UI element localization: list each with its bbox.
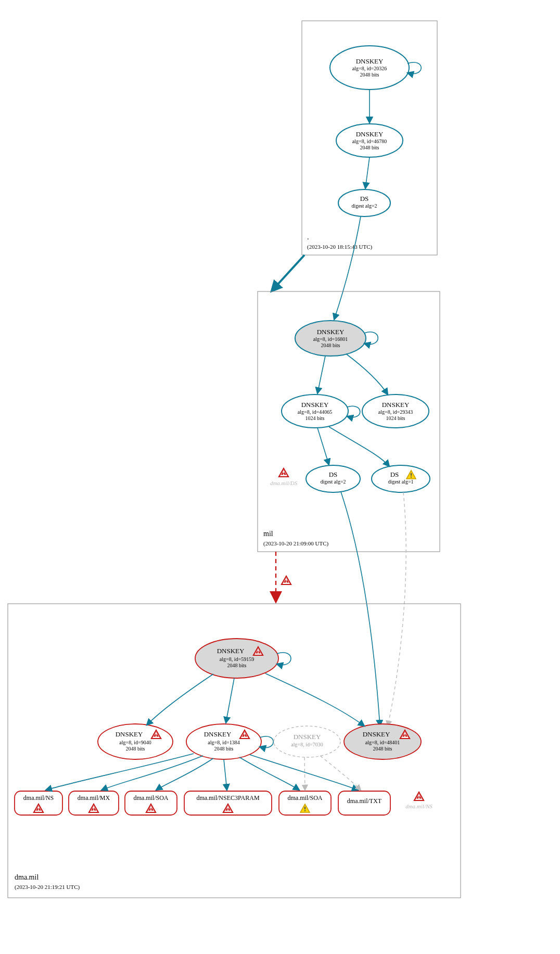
svg-text:2048 bits: 2048 bits [360,72,379,78]
edge [265,673,364,726]
svg-text:alg=8, id=7030: alg=8, id=7030 [291,742,323,747]
svg-text:digest alg=1: digest alg=1 [388,479,413,485]
node-dma-1384[interactable]: DNSKEY alg=8, id=1384 2048 bits [186,724,261,759]
node-mil-ksk[interactable]: DNSKEY alg=8, id=16801 2048 bits [295,321,366,356]
edge [46,754,194,790]
node-root-zsk[interactable]: DNSKEY alg=8, id=46780 2048 bits [336,124,403,157]
svg-text:DNSKEY: DNSKEY [356,130,384,138]
svg-text:DNSKEY: DNSKEY [301,401,329,409]
node-dma-7030[interactable]: DNSKEY alg=8, id=7030 [274,726,340,757]
svg-text:dma.mil/NS: dma.mil/NS [23,794,54,802]
svg-text:alg=8, id=59159: alg=8, id=59159 [220,656,254,662]
svg-text:dma.mil/MX: dma.mil/MX [78,794,110,802]
error-icon [414,792,424,800]
node-mil-zsk1[interactable]: DNSKEY alg=8, id=44065 1024 bits [282,395,348,428]
node-dma-9040[interactable]: DNSKEY alg=8, id=9040 2048 bits [98,724,173,759]
zone-dma-label: dma.mil [15,873,39,881]
edge [239,757,299,790]
svg-text:2048 bits: 2048 bits [214,746,234,752]
edge [226,678,234,723]
zone-dmamil: dma.mil (2023-10-20 21:19:21 UTC) DNSKEY… [8,604,461,898]
svg-text:2048 bits: 2048 bits [227,663,247,668]
edge [304,757,305,790]
svg-text:2048 bits: 2048 bits [360,145,379,150]
edge [346,354,388,395]
svg-text:DNSKEY: DNSKEY [363,730,390,738]
edge [320,756,361,790]
svg-text:DS: DS [390,470,399,478]
edge [317,428,329,465]
zone-edge-root-mil [272,255,304,290]
edge [329,427,389,466]
node-dma-ksk[interactable]: DNSKEY alg=8, id=59159 2048 bits [195,639,278,678]
svg-text:DNSKEY: DNSKEY [204,730,232,738]
svg-text:DNSKEY: DNSKEY [356,57,384,65]
svg-text:1024 bits: 1024 bits [306,415,325,421]
ghost-ns: dma.mil/NS [405,792,432,809]
error-icon [279,468,288,477]
svg-text:alg=8, id=46780: alg=8, id=46780 [352,138,387,144]
zone-mil-label: mil [263,530,273,538]
svg-text:dma.mil/NS: dma.mil/NS [405,803,432,809]
node-root-ds[interactable]: DS digest alg=2 [338,189,390,217]
edge-ds2-dma48401 [388,492,406,726]
zone-root: . (2023-10-20 18:15:43 UTC) DNSKEY alg=8… [302,21,437,255]
node-mil-ds2[interactable]: DS digest alg=1 [372,465,430,492]
error-icon [282,576,291,584]
self-loop [260,736,273,748]
svg-text:DS: DS [360,195,369,202]
svg-text:dma.mil/SOA: dma.mil/SOA [287,794,322,802]
svg-text:alg=8, id=48401: alg=8, id=48401 [365,740,400,745]
svg-text:digest alg=2: digest alg=2 [320,479,346,485]
svg-text:dma.mil/NSEC3PARAM: dma.mil/NSEC3PARAM [196,794,260,802]
svg-text:alg=8, id=16801: alg=8, id=16801 [313,336,348,342]
zone-mil-ts: (2023-10-20 21:09:00 UTC) [263,540,329,547]
rr-nsec3param[interactable]: dma.mil/NSEC3PARAM [184,791,272,815]
svg-text:2048 bits: 2048 bits [373,746,392,752]
edge [317,356,325,393]
self-loop [277,653,291,665]
svg-text:alg=8, id=29343: alg=8, id=29343 [378,409,413,415]
svg-text:alg=8, id=9040: alg=8, id=9040 [119,740,151,745]
edge [365,157,370,188]
svg-text:1024 bits: 1024 bits [386,415,405,421]
rr-txt[interactable]: dma.mil/TXT [338,791,390,815]
node-mil-ds1[interactable]: DS digest alg=2 [306,465,360,492]
svg-text:DNSKEY: DNSKEY [294,733,321,741]
node-mil-zsk2[interactable]: DNSKEY alg=8, id=29343 1024 bits [362,395,429,428]
zone-root-label: . [307,233,309,241]
rr-soa1[interactable]: dma.mil/SOA [125,791,177,815]
self-loop [347,406,360,417]
svg-text:2048 bits: 2048 bits [126,746,145,752]
svg-text:DNSKEY: DNSKEY [382,401,410,409]
rr-soa2[interactable]: dma.mil/SOA [279,791,331,815]
svg-text:2048 bits: 2048 bits [321,342,340,348]
edge-ds1-dma48401 [341,492,380,726]
svg-text:dma.mil/TXT: dma.mil/TXT [347,797,382,805]
node-root-ksk[interactable]: DNSKEY alg=8, id=20326 2048 bits [330,46,409,90]
zone-root-ts: (2023-10-20 18:15:43 UTC) [307,244,373,250]
ghost-mil-ds: dma.mil/DS [270,468,298,486]
svg-text:alg=8, id=20326: alg=8, id=20326 [352,66,387,71]
svg-text:digest alg=2: digest alg=2 [351,203,377,209]
edge [147,674,213,725]
svg-text:dma.mil/DS: dma.mil/DS [270,480,298,486]
svg-text:DNSKEY: DNSKEY [317,328,345,336]
rr-mx[interactable]: dma.mil/MX [69,791,119,815]
zone-dma-ts: (2023-10-20 21:19:21 UTC) [15,884,80,891]
svg-text:DS: DS [329,470,338,478]
svg-text:DNSKEY: DNSKEY [217,647,245,655]
rr-ns[interactable]: dma.mil/NS [15,791,62,815]
edge-ds-milksk [334,217,361,320]
svg-text:alg=8, id=1384: alg=8, id=1384 [208,740,239,745]
zone-mil: mil (2023-10-20 21:09:00 UTC) DNSKEY alg… [258,291,440,552]
node-dma-48401[interactable]: DNSKEY alg=8, id=48401 2048 bits [344,724,421,759]
edge [224,759,227,790]
svg-text:DNSKEY: DNSKEY [116,730,143,738]
svg-text:dma.mil/SOA: dma.mil/SOA [133,794,168,802]
svg-text:alg=8, id=44065: alg=8, id=44065 [298,409,332,415]
